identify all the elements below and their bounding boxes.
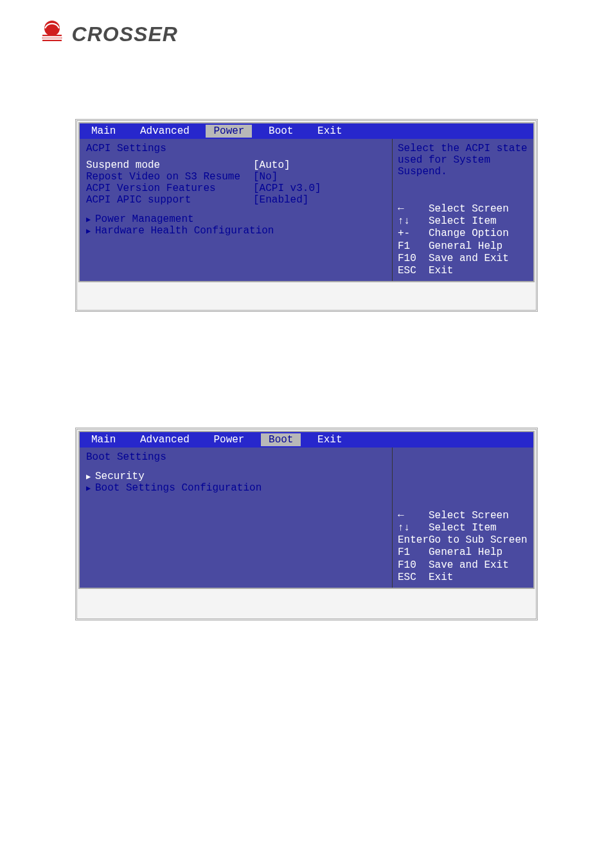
triangle-right-icon: ▶ [86,226,95,236]
bios-window-power: Main Advanced Power Boot Exit ACPI Setti… [75,119,538,312]
spacer [86,494,386,584]
submenu-label: Security [95,471,145,482]
setting-value: [ACPI v3.0] [253,183,324,194]
legend-label: Exit [429,265,453,277]
left-pane: ACPI Settings Suspend mode [Auto] Repost… [80,139,392,281]
legend-key: Enter [398,534,429,547]
legend-key: ↑↓ [398,215,429,228]
left-pane: Boot Settings ▶ Security ▶ Boot Settings… [80,448,392,588]
tab-power[interactable]: Power [206,433,252,446]
menubar[interactable]: Main Advanced Power Boot Exit [80,123,533,139]
tab-boot[interactable]: Boot [261,433,301,446]
submenu-label: Hardware Health Configuration [95,225,274,237]
legend: ←Select Screen ↑↓Select Item EnterGo to … [398,510,528,584]
setting-label: Suspend mode [86,159,253,171]
svg-rect-2 [42,37,62,39]
legend-key: F10 [398,559,429,572]
legend-key: ESC [398,572,429,584]
page-title: Boot Settings [86,451,386,463]
legend-label: Exit [429,572,453,584]
legend-label: Select Screen [429,510,509,522]
legend-key: ← [398,510,429,522]
setting-value: [Auto] [253,159,324,171]
logo-text: CROSSER [72,23,178,46]
setting-acpi-version[interactable]: ACPI Version Features [ACPI v3.0] [86,183,386,194]
submenu-list: ▶ Security ▶ Boot Settings Configuration [86,471,386,494]
right-pane: ←Select Screen ↑↓Select Item EnterGo to … [392,448,533,588]
tab-main[interactable]: Main [84,433,123,446]
setting-acpi-apic[interactable]: ACPI APIC support [Enabled] [86,194,386,206]
legend-label: General Help [429,547,502,559]
legend-key: F10 [398,253,429,265]
legend-row: ←Select Screen [398,510,528,522]
legend-row: F10Save and Exit [398,253,528,265]
tab-boot[interactable]: Boot [261,125,301,138]
submenu-hardware-health[interactable]: ▶ Hardware Health Configuration [86,225,386,237]
legend-row: EnterGo to Sub Screen [398,534,528,547]
legend-key: F1 [398,240,429,253]
svg-rect-3 [42,40,62,41]
submenu-label: Power Management [95,213,194,225]
submenu-power-management[interactable]: ▶ Power Management [86,213,386,225]
help-text: Select the ACPI state used for System Su… [398,143,528,177]
setting-label: ACPI APIC support [86,194,253,206]
bios-inner: Main Advanced Power Boot Exit ACPI Setti… [78,122,535,282]
content-row: ACPI Settings Suspend mode [Auto] Repost… [80,139,533,281]
tab-advanced[interactable]: Advanced [132,433,197,446]
menubar[interactable]: Main Advanced Power Boot Exit [80,432,533,448]
triangle-right-icon: ▶ [86,472,95,482]
logo-mark-icon [39,19,66,50]
tab-exit[interactable]: Exit [310,125,350,138]
tab-exit[interactable]: Exit [310,433,350,446]
submenu-boot-settings-config[interactable]: ▶ Boot Settings Configuration [86,482,386,494]
legend-key: ← [398,203,429,215]
setting-value: [No] [253,171,324,183]
legend-row: F10Save and Exit [398,559,528,572]
legend-row: F1General Help [398,240,528,253]
legend-label: Select Item [429,522,497,534]
legend-label: Go to Sub Screen [429,534,528,547]
setting-repost-video[interactable]: Repost Video on S3 Resume [No] [86,171,386,183]
setting-label: Repost Video on S3 Resume [86,171,253,183]
triangle-right-icon: ▶ [86,215,95,224]
setting-label: ACPI Version Features [86,183,253,194]
tab-power[interactable]: Power [206,125,252,138]
svg-point-0 [44,21,60,36]
triangle-right-icon: ▶ [86,484,95,493]
legend-key: F1 [398,547,429,559]
legend-row: +-Change Option [398,228,528,240]
legend-label: Select Item [429,215,497,228]
legend-row: ↑↓Select Item [398,215,528,228]
setting-suspend-mode[interactable]: Suspend mode [Auto] [86,159,386,171]
legend-row: ESCExit [398,572,528,584]
legend-row: ESCExit [398,265,528,277]
legend: ←Select Screen ↑↓Select Item +-Change Op… [398,203,528,277]
bios-inner: Main Advanced Power Boot Exit Boot Setti… [78,431,535,589]
content-row: Boot Settings ▶ Security ▶ Boot Settings… [80,448,533,588]
legend-key: +- [398,228,429,240]
submenu-security[interactable]: ▶ Security [86,471,386,482]
logo: CROSSER [39,19,180,55]
legend-key: ↑↓ [398,522,429,534]
tab-advanced[interactable]: Advanced [132,125,197,138]
legend-label: Select Screen [429,203,509,215]
svg-rect-1 [42,35,62,36]
settings-list: Suspend mode [Auto] Repost Video on S3 R… [86,159,386,206]
right-pane: Select the ACPI state used for System Su… [392,139,533,281]
legend-label: Save and Exit [429,559,509,572]
page-title: ACPI Settings [86,143,386,154]
legend-row: ↑↓Select Item [398,522,528,534]
legend-row: F1General Help [398,547,528,559]
legend-key: ESC [398,265,429,277]
legend-label: Change Option [429,228,509,240]
legend-row: ←Select Screen [398,203,528,215]
legend-label: Save and Exit [429,253,509,265]
legend-label: General Help [429,240,502,253]
submenu-label: Boot Settings Configuration [95,482,262,494]
tab-main[interactable]: Main [84,125,123,138]
submenu-list: ▶ Power Management ▶ Hardware Health Con… [86,213,386,237]
bios-window-boot: Main Advanced Power Boot Exit Boot Setti… [75,428,538,620]
setting-value: [Enabled] [253,194,324,206]
